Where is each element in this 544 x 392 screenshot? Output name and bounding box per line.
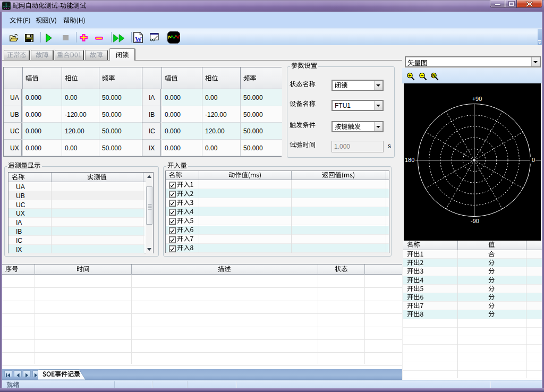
svg-text:-90: -90 <box>471 218 479 224</box>
svg-text:0: 0 <box>532 157 535 163</box>
svg-text:+90: +90 <box>472 96 482 102</box>
svg-text:N: N <box>432 73 435 78</box>
svg-text:180: 180 <box>405 157 414 163</box>
svg-text:W: W <box>135 35 142 43</box>
